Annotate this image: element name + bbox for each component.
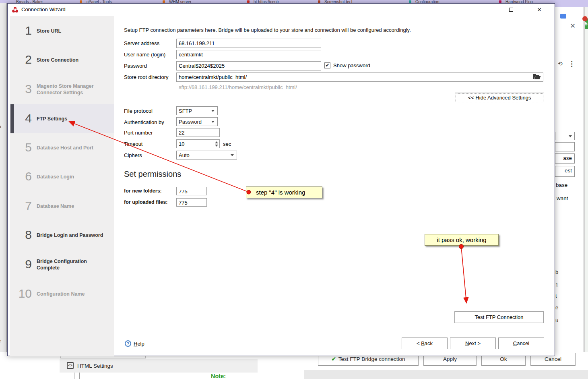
- step-database-host-port[interactable]: 5 Database Host and Port: [10, 133, 114, 162]
- close-icon[interactable]: ✕: [570, 22, 576, 30]
- browser-tab[interactable]: Screenshot by L: [324, 0, 353, 3]
- step-label: Configuration Name: [37, 280, 110, 309]
- file-protocol-label: File protocol: [124, 108, 153, 114]
- maximize-button[interactable]: [505, 5, 517, 14]
- browse-folder-button[interactable]: [532, 74, 542, 81]
- timeout-unit-label: sec: [223, 141, 231, 147]
- step-bridge-complete[interactable]: 9 Bridge Configuration Complete: [10, 250, 114, 279]
- step-label: Database Name: [37, 192, 110, 221]
- background-frame-line: [74, 373, 74, 379]
- timeout-input[interactable]: 10: [176, 139, 220, 148]
- tab-favicon: [163, 0, 165, 3]
- browser-tab[interactable]: Breads - Baker: [16, 0, 43, 3]
- browser-tab[interactable]: Configuration: [415, 0, 439, 3]
- password-input[interactable]: Central$2024$2025: [176, 61, 321, 70]
- background-button[interactable]: est: [555, 166, 575, 177]
- show-password-checkbox[interactable]: ✔: [324, 62, 330, 68]
- auth-by-dropdown[interactable]: Password: [176, 117, 218, 126]
- spinner-up-icon[interactable]: [215, 141, 218, 143]
- step-number: 1: [13, 22, 32, 39]
- browser-tab[interactable]: WHM server: [169, 0, 192, 3]
- step-store-connection[interactable]: 2 Store Connection: [10, 46, 114, 75]
- store-root-label: Store root directory: [124, 74, 169, 80]
- kebab-menu-icon[interactable]: ⋮: [568, 60, 575, 68]
- new-folders-label: for new folders:: [124, 188, 162, 194]
- background-text-fragment: a: [0, 124, 1, 129]
- step-label: Database Host and Port: [37, 133, 110, 162]
- step-number: 9: [13, 256, 32, 273]
- tab-favicon: [80, 0, 82, 3]
- username-input[interactable]: centralmkt: [176, 50, 321, 59]
- file-protocol-dropdown[interactable]: SFTP: [176, 106, 218, 115]
- wizard-steps-sidebar: 1 Store URL 2 Store Connection 3 Magento…: [10, 16, 114, 356]
- step-number: 5: [13, 139, 32, 156]
- step-label: Store Connection: [37, 46, 110, 75]
- store-root-input[interactable]: home/centralmkt/public_html/: [176, 72, 543, 82]
- back-button[interactable]: < Back: [402, 338, 448, 349]
- help-label: H: [134, 341, 137, 347]
- background-text-fragment: want: [557, 195, 568, 201]
- server-address-input[interactable]: 68.161.199.211: [176, 39, 321, 48]
- step-label: Magento Store Manager Connector Settings: [37, 75, 110, 104]
- uploaded-files-input[interactable]: 775: [176, 198, 207, 207]
- step-database-login[interactable]: 6 Database Login: [10, 162, 114, 191]
- browser-tab[interactable]: ht https://centr: [254, 0, 279, 3]
- tab-favicon: [409, 0, 411, 3]
- focus-rect: [456, 94, 543, 102]
- background-window-edge: [584, 7, 584, 371]
- step-ftp-settings[interactable]: 4 FTP Settings: [10, 104, 114, 133]
- connection-wizard-dialog: Connection Wizard ✕ 1 Store URL 2 Store …: [7, 3, 555, 356]
- title-bar[interactable]: Connection Wizard ✕: [8, 4, 555, 16]
- background-button[interactable]: ase: [555, 153, 575, 164]
- browser-tab[interactable]: cPanel - Tools: [87, 0, 112, 3]
- port-number-input[interactable]: 22: [176, 128, 220, 137]
- annotation-step4-working: step "4" is working: [246, 186, 322, 198]
- dropdown-value: SFTP: [179, 108, 192, 114]
- test-ftp-connection-button[interactable]: Test FTP Connection: [454, 311, 544, 323]
- tab-favicon: [247, 0, 250, 3]
- scrollbar[interactable]: [584, 7, 588, 371]
- spinner-down-icon[interactable]: [215, 145, 218, 147]
- step-label: Bridge Login and Password: [37, 221, 110, 250]
- background-text-fragment: t: [555, 293, 557, 299]
- background-dropdown[interactable]: [555, 132, 575, 140]
- browser-tabs-strip-right: [555, 0, 588, 7]
- refresh-icon[interactable]: ⟲: [558, 60, 563, 67]
- code-icon: <>: [67, 362, 74, 369]
- background-text-fragment: e: [0, 338, 1, 343]
- port-number-label: Port number: [124, 130, 153, 136]
- background-text-fragment: 1: [555, 282, 558, 288]
- password-label: Password: [124, 63, 147, 69]
- background-window-right: 5 ✕ ⟲ ⋮ ase est base want b 1 t e u: [555, 7, 588, 371]
- step-number: 7: [13, 197, 32, 214]
- close-button[interactable]: ✕: [533, 5, 545, 14]
- username-label: User name (login): [124, 52, 165, 58]
- blue-app-icon: [560, 14, 566, 19]
- background-input[interactable]: [555, 142, 575, 151]
- step-connector-settings[interactable]: 3 Magento Store Manager Connector Settin…: [10, 75, 114, 104]
- step-configuration-name[interactable]: 10 Configuration Name: [10, 280, 114, 309]
- cancel-button[interactable]: Cancel: [498, 338, 544, 349]
- maximize-icon: [509, 8, 513, 12]
- html-settings-item[interactable]: <> HTML Settings: [60, 359, 258, 373]
- store-root-value: home/centralmkt/public_html/: [179, 74, 247, 80]
- step-label: Bridge Configuration Complete: [37, 250, 110, 279]
- step-bridge-login[interactable]: 8 Bridge Login and Password: [10, 221, 114, 250]
- dropdown-value: Password: [179, 119, 202, 125]
- timeout-stepper[interactable]: [213, 140, 219, 148]
- new-folders-input[interactable]: 775: [176, 187, 207, 195]
- red-app-icon: [582, 16, 588, 21]
- browser-tab[interactable]: Hardwood Floo: [505, 0, 533, 3]
- ciphers-label: Ciphers: [124, 152, 142, 158]
- next-button[interactable]: Next >: [450, 338, 496, 349]
- step-number: 3: [13, 81, 32, 97]
- screen: { "tabs_strip": { "fragments": ["Breads …: [0, 0, 588, 379]
- step-store-url[interactable]: 1 Store URL: [10, 17, 114, 46]
- set-permissions-heading: Set permissions: [124, 170, 181, 179]
- chevron-down-icon: [211, 110, 215, 112]
- step-number: 8: [13, 226, 32, 243]
- auth-by-label: Authentication by: [124, 119, 164, 125]
- ciphers-dropdown[interactable]: Auto: [176, 151, 237, 159]
- hide-advanced-settings-button[interactable]: << Hide Advanced Settings: [455, 93, 544, 103]
- step-database-name[interactable]: 7 Database Name: [10, 192, 114, 221]
